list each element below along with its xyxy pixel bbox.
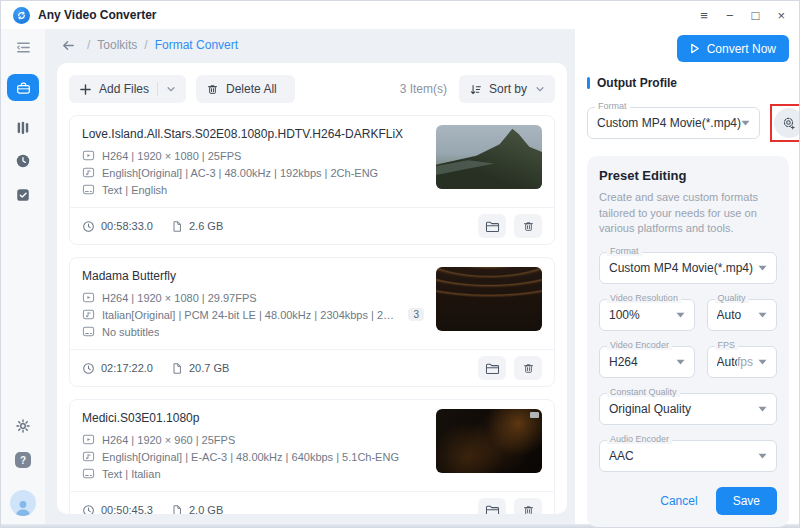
output-format-select[interactable]: Format Custom MP4 Movie(*.mp4) (587, 107, 760, 139)
back-arrow-icon[interactable] (61, 38, 76, 53)
trash-icon (522, 220, 535, 233)
subtitle-info-row: No subtitles (82, 325, 424, 338)
file-icon (171, 220, 183, 233)
open-folder-button[interactable] (478, 214, 506, 238)
subtitle-icon (82, 183, 95, 196)
video-resolution-select[interactable]: Video Resolution 100% (599, 299, 695, 331)
video-info-row: H264 | 1920 × 1080 | 29.97FPS (82, 291, 424, 304)
play-icon (690, 43, 700, 54)
breadcrumb-separator: / (144, 38, 147, 52)
video-item[interactable]: Medici.S03E01.1080p H264 | 1920 × 960 | … (69, 399, 555, 514)
video-thumbnail[interactable] (436, 125, 542, 189)
sidebar-item-history[interactable] (15, 153, 31, 169)
subtitle-info-row: Text | Italian (82, 467, 424, 480)
clock-icon (82, 220, 95, 233)
add-files-button[interactable]: Add Files (69, 75, 186, 103)
item-count: 3 Item(s) (400, 82, 447, 96)
breadcrumb-toolkits[interactable]: Toolkits (97, 38, 137, 52)
fps-select[interactable]: FPS Auto fps (707, 346, 777, 378)
select-arrow-icon (758, 453, 767, 459)
subtitle-icon (82, 467, 95, 480)
folder-icon (485, 362, 500, 375)
edit-preset-button[interactable] (774, 108, 800, 138)
preset-editing-card: Preset Editing Create and save custom fo… (587, 156, 789, 527)
video-info-row: H264 | 1920 × 1080 | 25FPS (82, 149, 424, 162)
audio-info-row: English[Original] | AC-3 | 48.00kHz | 19… (82, 166, 424, 179)
maximize-icon[interactable]: □ (752, 9, 760, 22)
preset-editing-description: Create and save custom formats tailored … (599, 190, 777, 237)
app-logo-icon (13, 7, 30, 24)
video-thumbnail[interactable] (436, 267, 542, 331)
breadcrumb: / Toolkits / Format Convert (45, 29, 575, 61)
output-profile-panel: Convert Now Output Profile Format Custom… (575, 29, 799, 524)
video-title: Medici.S03E01.1080p (82, 411, 424, 425)
breadcrumb-format-convert[interactable]: Format Convert (155, 38, 238, 52)
clock-icon (82, 504, 95, 515)
clock-icon (82, 362, 95, 375)
item-footer: 00:50:45.3 2.0 GB (70, 491, 554, 514)
file-size: 20.7 GB (171, 362, 229, 375)
folder-icon (485, 504, 500, 515)
file-list-panel: Add Files Delete All 3 Item(s) (57, 63, 567, 514)
delete-item-button[interactable] (514, 498, 542, 514)
subtitle-icon (82, 325, 95, 338)
collapse-sidebar-icon[interactable] (15, 39, 32, 56)
main-area: / Toolkits / Format Convert Add Files (45, 29, 575, 524)
save-button[interactable]: Save (716, 487, 777, 515)
file-size: 2.6 GB (171, 220, 223, 233)
delete-item-button[interactable] (514, 214, 542, 238)
output-profile-header: Output Profile (587, 76, 789, 90)
sort-icon (469, 83, 482, 96)
video-item[interactable]: Love.Island.All.Stars.S02E08.1080p.HDTV.… (69, 115, 555, 245)
delete-item-button[interactable] (514, 356, 542, 380)
help-icon[interactable]: ? (15, 452, 31, 468)
trash-icon (206, 83, 219, 96)
select-arrow-icon (741, 120, 750, 126)
section-accent-bar (587, 77, 590, 89)
video-title: Madama Butterfly (82, 269, 424, 283)
trash-icon (522, 504, 535, 515)
menu-icon[interactable]: ≡ (700, 9, 708, 22)
sidebar-item-media-library[interactable] (15, 119, 31, 135)
video-icon (82, 433, 95, 446)
preset-format-select[interactable]: Format Custom MP4 Movie(*.mp4) (599, 252, 777, 284)
video-thumbnail[interactable] (436, 409, 542, 473)
file-size: 2.0 GB (171, 504, 223, 515)
sidebar-item-toolbox[interactable] (7, 74, 39, 101)
list-toolbar: Add Files Delete All 3 Item(s) (69, 75, 555, 103)
minimize-icon[interactable]: − (726, 9, 734, 22)
plus-icon (79, 83, 92, 96)
trash-icon (522, 362, 535, 375)
user-avatar[interactable] (10, 490, 36, 516)
sort-by-button[interactable]: Sort by (459, 75, 555, 103)
audio-icon (82, 450, 95, 463)
settings-gear-icon[interactable] (15, 418, 31, 434)
select-arrow-icon (676, 359, 685, 365)
audio-icon (82, 166, 95, 179)
open-folder-button[interactable] (478, 498, 506, 514)
highlight-red-box (770, 104, 800, 142)
video-info-row: H264 | 1920 × 960 | 25FPS (82, 433, 424, 446)
divider (157, 82, 158, 96)
open-folder-button[interactable] (478, 356, 506, 380)
quality-select[interactable]: Quality Auto (707, 299, 777, 331)
video-icon (82, 291, 95, 304)
constant-quality-select[interactable]: Constant Quality Original Quality (599, 393, 777, 425)
cancel-button[interactable]: Cancel (660, 494, 697, 508)
gear-plus-icon (781, 115, 797, 131)
sidebar-item-tasks[interactable] (15, 187, 31, 203)
file-icon (171, 504, 183, 515)
item-footer: 00:58:33.0 2.6 GB (70, 207, 554, 244)
close-icon[interactable]: × (777, 9, 785, 22)
audio-encoder-select[interactable]: Audio Encoder AAC (599, 440, 777, 472)
video-item[interactable]: Madama Butterfly H264 | 1920 × 1080 | 29… (69, 257, 555, 387)
chevron-down-icon[interactable] (166, 84, 176, 94)
preset-editing-title: Preset Editing (599, 168, 777, 183)
audio-track-count-badge[interactable]: 3 (408, 308, 424, 321)
convert-now-button[interactable]: Convert Now (677, 35, 789, 62)
app-title: Any Video Converter (38, 8, 156, 22)
video-encoder-select[interactable]: Video Encoder H264 (599, 346, 695, 378)
subtitle-info-row: Text | English (82, 183, 424, 196)
delete-all-button[interactable]: Delete All (196, 75, 295, 103)
fps-unit: fps (737, 355, 753, 369)
